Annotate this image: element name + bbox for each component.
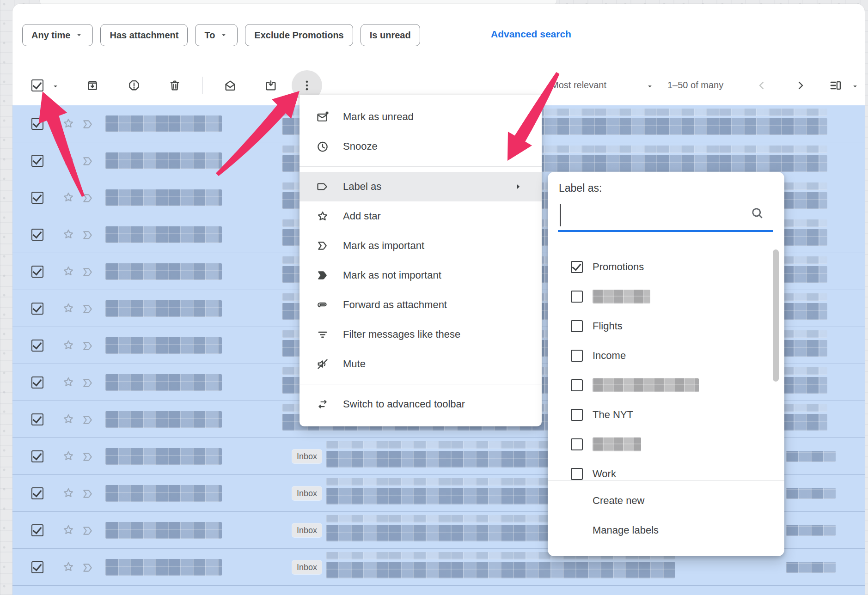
row-checkbox[interactable] (31, 413, 43, 425)
menu-item-mute[interactable]: Mute (300, 349, 542, 379)
menu-item-forward-as-attachment[interactable]: Forward as attachment (300, 290, 542, 320)
row-checkbox[interactable] (31, 155, 43, 167)
advanced-search-link[interactable]: Advanced search (491, 29, 571, 40)
label-checkbox[interactable] (571, 438, 583, 450)
more-vert-icon[interactable] (300, 79, 313, 92)
report-spam-icon[interactable] (128, 79, 141, 92)
select-all-checkbox[interactable] (31, 79, 43, 91)
row-checkbox[interactable] (31, 450, 43, 462)
row-checkbox[interactable] (31, 303, 43, 315)
label-checkbox[interactable] (571, 468, 583, 480)
star-icon[interactable] (62, 191, 75, 204)
label-action-create-new[interactable]: Create new (548, 486, 784, 516)
importance-marker-icon[interactable] (81, 413, 94, 426)
redacted-date (786, 451, 836, 462)
row-checkbox[interactable] (31, 340, 43, 352)
importance-marker-icon[interactable] (81, 229, 94, 242)
importance-marker-icon[interactable] (81, 340, 94, 352)
label-checkbox[interactable] (571, 320, 583, 332)
menu-item-mark-as-important[interactable]: Mark as important (300, 231, 542, 261)
label-option-redacted[interactable] (548, 370, 784, 400)
text-cursor (560, 204, 561, 226)
split-view-caret-icon[interactable] (850, 82, 860, 91)
star-icon[interactable] (62, 523, 75, 536)
importance-marker-icon[interactable] (81, 487, 94, 500)
label-checkbox[interactable] (571, 409, 583, 421)
row-checkbox[interactable] (31, 266, 43, 278)
row-checkbox[interactable] (31, 229, 43, 241)
star-icon[interactable] (62, 413, 75, 425)
gmail-search-results-screen: InboxInboxInboxInbox Any timeHas attachm… (0, 0, 868, 595)
mark-read-icon[interactable] (224, 79, 237, 92)
star-icon[interactable] (62, 339, 75, 352)
split-view-icon[interactable] (829, 79, 842, 92)
importance-marker-icon[interactable] (81, 524, 94, 537)
importance-marker-icon[interactable] (81, 561, 94, 574)
label-option-work[interactable]: Work (548, 459, 784, 480)
row-checkbox[interactable] (31, 376, 43, 389)
menu-item-add-star[interactable]: Add star (300, 201, 542, 231)
row-checkbox[interactable] (31, 118, 43, 130)
star-icon[interactable] (62, 302, 75, 315)
sort-caret-icon[interactable] (645, 82, 654, 91)
importance-marker-icon[interactable] (81, 155, 94, 168)
label-option-redacted[interactable] (548, 430, 784, 459)
redacted-date (786, 562, 836, 573)
menu-item-label: Label as (343, 181, 381, 193)
importance-marker-icon[interactable] (81, 376, 94, 389)
label-option-redacted[interactable] (548, 282, 784, 311)
row-checkbox[interactable] (31, 561, 43, 573)
importance-marker-icon[interactable] (81, 192, 94, 205)
row-checkbox[interactable] (31, 524, 43, 536)
label-option-the-nyt[interactable]: The NYT (548, 400, 784, 430)
star-icon[interactable] (62, 265, 75, 278)
menu-item-filter-messages-like-these[interactable]: Filter messages like these (300, 320, 542, 349)
menu-item-switch-to-advanced-toolbar[interactable]: Switch to advanced toolbar (300, 389, 542, 419)
label-checkbox[interactable] (571, 350, 583, 362)
label-option-promotions[interactable]: Promotions (548, 252, 784, 282)
menu-item-mark-as-not-important[interactable]: Mark as not important (300, 261, 542, 290)
label-option-flights[interactable]: Flights (548, 311, 784, 341)
importance-marker-icon[interactable] (81, 118, 94, 131)
row-checkbox[interactable] (31, 487, 43, 499)
star-icon[interactable] (62, 228, 75, 241)
label-search-input[interactable] (558, 200, 773, 229)
move-to-icon[interactable] (264, 79, 277, 92)
chevron-left-icon[interactable] (755, 79, 768, 92)
filter-icon (316, 328, 329, 341)
filter-chip-exclude-promotions[interactable]: Exclude Promotions (245, 24, 353, 46)
menu-item-mark-as-unread[interactable]: Mark as unread (300, 102, 542, 132)
dialog-divider (548, 480, 784, 481)
sort-selector[interactable]: Most relevant (551, 80, 606, 91)
menu-item-snooze[interactable]: Snooze (300, 132, 542, 161)
star-icon[interactable] (62, 486, 75, 499)
star-icon[interactable] (62, 117, 75, 130)
importance-marker-icon[interactable] (81, 303, 94, 316)
trash-icon[interactable] (168, 79, 181, 92)
filter-chip-to[interactable]: To (195, 24, 238, 46)
chevron-right-icon[interactable] (794, 79, 807, 92)
label-option-income[interactable]: Income (548, 341, 784, 370)
label-name: Promotions (593, 261, 644, 273)
filter-chip-any-time[interactable]: Any time (22, 24, 93, 46)
filter-chip-has-attachment[interactable]: Has attachment (100, 24, 188, 46)
star-icon[interactable] (62, 449, 75, 462)
star-icon[interactable] (62, 376, 75, 389)
star-icon[interactable] (62, 560, 75, 573)
select-dropdown-caret-icon[interactable] (51, 82, 60, 91)
archive-icon[interactable] (86, 79, 99, 92)
label-checkbox[interactable] (571, 379, 583, 391)
scrollbar-thumb[interactable] (773, 249, 779, 382)
menu-item-label-as[interactable]: Label as (300, 172, 542, 201)
filter-chip-label: Is unread (370, 30, 411, 41)
menu-divider (300, 384, 542, 384)
importance-marker-icon[interactable] (81, 450, 94, 463)
label-action-manage-labels[interactable]: Manage labels (548, 516, 784, 545)
star-icon[interactable] (62, 154, 75, 167)
label-checkbox[interactable] (571, 261, 583, 273)
forward-attachment-icon (316, 298, 329, 311)
filter-chip-is-unread[interactable]: Is unread (361, 24, 420, 46)
label-checkbox[interactable] (571, 291, 583, 303)
row-checkbox[interactable] (31, 192, 43, 204)
importance-marker-icon[interactable] (81, 266, 94, 279)
